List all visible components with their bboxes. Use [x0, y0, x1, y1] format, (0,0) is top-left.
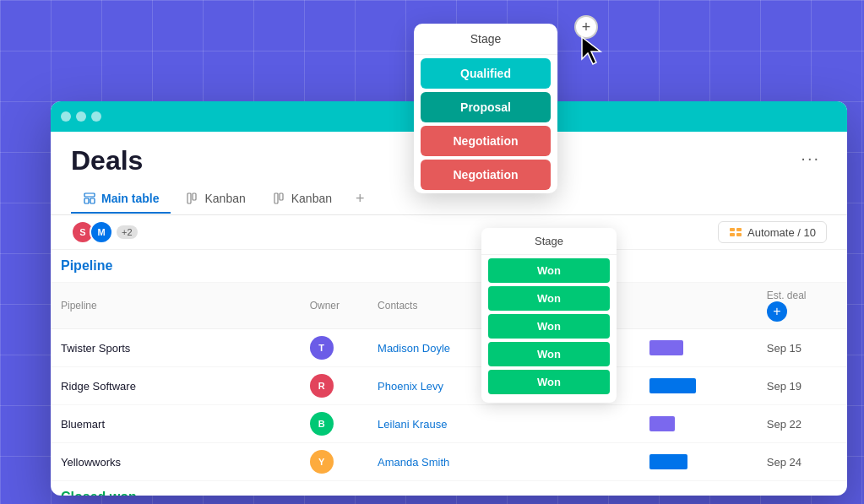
svg-rect-2 — [84, 198, 89, 203]
est-deal-4: Sep 24 — [757, 443, 847, 481]
automate-label: Automate / 10 — [747, 226, 816, 239]
stage-negotiation-1[interactable]: Negotiation — [421, 126, 551, 156]
tab-main-table[interactable]: Main table — [71, 185, 171, 214]
pipeline-group-header: Pipeline — [51, 250, 847, 283]
bar-3 — [649, 416, 675, 431]
col-owner: Owner — [300, 283, 367, 329]
won-item-1[interactable]: Won — [488, 258, 610, 283]
svg-rect-10 — [730, 233, 735, 236]
stage-proposal[interactable]: Proposal — [421, 92, 551, 122]
svg-rect-7 — [280, 193, 283, 200]
col-bar — [639, 283, 757, 329]
contact-cell-4: Amanda Smith — [367, 443, 526, 481]
bar-chart-2 — [649, 378, 747, 393]
est-deal-2: Sep 19 — [757, 367, 847, 405]
contact-cell-3: Leilani Krause — [367, 405, 526, 443]
avatar-count: +2 — [117, 225, 138, 239]
table-row: Twister Sports T Madison Doyle — [51, 329, 847, 367]
avatar-group: S M +2 — [71, 220, 138, 244]
svg-rect-11 — [736, 233, 742, 236]
bar-cell-2 — [639, 367, 757, 405]
svg-rect-3 — [90, 198, 95, 203]
svg-rect-1 — [84, 193, 95, 197]
tab-kanban-1-label: Kanban — [204, 192, 245, 205]
won-item-4[interactable]: Won — [488, 342, 610, 366]
add-col-button[interactable]: + — [767, 301, 787, 322]
more-button[interactable]: ··· — [794, 145, 827, 171]
bar-chart-3 — [649, 416, 747, 431]
svg-rect-4 — [187, 193, 191, 203]
owner-cell-4: Y — [300, 443, 367, 481]
deals-table: Pipeline Pipeline Owner Contacts Stage E… — [51, 250, 847, 496]
contact-link-2[interactable]: Phoenix Levy — [378, 380, 443, 393]
svg-rect-6 — [274, 193, 278, 203]
deal-name-yellowworks: Yellowworks — [51, 443, 300, 481]
closed-won-group-header: Closed won — [51, 481, 847, 496]
contact-link-3[interactable]: Leilani Krause — [378, 418, 447, 431]
contact-link-4[interactable]: Amanda Smith — [378, 456, 449, 469]
owner-avatar-3: B — [310, 412, 334, 436]
svg-rect-5 — [193, 193, 196, 200]
table-row: Yellowworks Y Amanda Smith — [51, 443, 847, 481]
avatar-2: M — [90, 220, 113, 244]
titlebar-dot-1 — [61, 111, 71, 122]
stage-negotiation-2[interactable]: Negotiation — [421, 160, 551, 190]
bar-2 — [649, 378, 696, 393]
owner-avatar-4: Y — [310, 450, 334, 474]
won-popup-header: Stage — [481, 228, 617, 255]
deal-name-ridge: Ridge Software — [51, 367, 300, 405]
table-area: Pipeline Pipeline Owner Contacts Stage E… — [51, 250, 847, 496]
tab-kanban-2-label: Kanban — [291, 192, 332, 205]
stage-qualified[interactable]: Qualified — [421, 58, 551, 89]
owner-cell-2: R — [300, 367, 367, 405]
pipeline-col-headers: Pipeline Owner Contacts Stage Est. deal … — [51, 283, 847, 329]
deal-name-twister: Twister Sports — [51, 329, 300, 367]
owner-avatar-2: R — [310, 374, 334, 398]
toolbar-row: S M +2 Automate / 10 — [51, 215, 847, 250]
svg-rect-8 — [730, 228, 735, 231]
tab-kanban-2[interactable]: Kanban — [261, 185, 344, 214]
bar-chart-4 — [649, 454, 747, 469]
stage-cell-3 — [526, 405, 639, 443]
automate-button[interactable]: Automate / 10 — [718, 221, 827, 243]
titlebar-dot-3 — [91, 111, 101, 122]
dropdown-header: Stage — [414, 24, 557, 55]
col-est-deal-p: Est. deal + — [757, 283, 847, 329]
won-item-5[interactable]: Won — [488, 370, 610, 394]
kanban-icon-1 — [186, 192, 199, 205]
titlebar-dot-2 — [76, 111, 86, 122]
owner-cell-1: T — [300, 329, 367, 367]
contact-link-1[interactable]: Madison Doyle — [378, 342, 450, 355]
kanban-icon-2 — [273, 192, 286, 205]
table-icon — [83, 192, 96, 205]
stage-cell-4 — [526, 443, 639, 481]
won-popup: Stage Won Won Won Won Won — [481, 228, 617, 403]
owner-cell-3: B — [300, 405, 367, 443]
tab-kanban-1[interactable]: Kanban — [174, 185, 257, 214]
col-pipeline: Pipeline — [51, 283, 300, 329]
add-tab-button[interactable]: + — [347, 183, 373, 214]
bar-4 — [649, 454, 687, 469]
closed-won-group-row: Closed won — [51, 481, 847, 496]
est-deal-1: Sep 15 — [757, 329, 847, 367]
table-row: Ridge Software R Phoenix Levy — [51, 367, 847, 405]
tab-main-table-label: Main table — [101, 192, 159, 205]
svg-rect-9 — [736, 228, 742, 231]
bar-cell-1 — [639, 329, 757, 367]
deal-name-bluemart: Bluemart — [51, 405, 300, 443]
owner-avatar-1: T — [310, 336, 334, 360]
won-item-2[interactable]: Won — [488, 286, 610, 311]
bar-1 — [649, 340, 683, 355]
bar-cell-4 — [639, 443, 757, 481]
bar-cell-3 — [639, 405, 757, 443]
automate-icon — [729, 225, 742, 239]
page-title: Deals — [71, 145, 143, 176]
bar-chart-1 — [649, 340, 747, 355]
stage-dropdown: Stage Qualified Proposal Negotiation Neg… — [414, 24, 557, 193]
won-item-3[interactable]: Won — [488, 314, 610, 339]
est-deal-3: Sep 22 — [757, 405, 847, 443]
pipeline-group-row: Pipeline — [51, 250, 847, 283]
table-row: Bluemart B Leilani Krause — [51, 405, 847, 443]
svg-marker-0 — [582, 37, 600, 64]
